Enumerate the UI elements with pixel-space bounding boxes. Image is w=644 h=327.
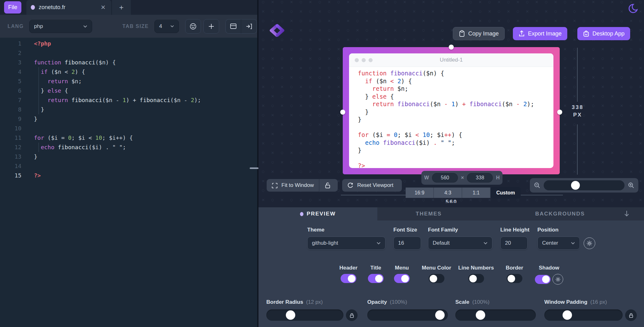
export-image-button[interactable]: Export Image [513,27,567,40]
language-select[interactable]: php [29,20,92,33]
editor-line[interactable]: 11for ($i = 0; $i < 10; $i++) { [0,133,257,143]
panel-resize-handle[interactable] [250,167,258,169]
slider-thumb[interactable] [286,310,295,320]
slider-thumb[interactable] [476,310,485,320]
toggle-group-line-numbers: Line Numbers [458,265,494,283]
tab-close-icon[interactable]: ✕ [99,4,107,11]
line-content: function fibonacci($n) { [21,58,116,67]
toggle-switch-border[interactable] [507,274,522,283]
editor-line[interactable]: 2 [0,48,257,58]
toggle-switch-menu-color[interactable] [429,274,444,283]
slider-lock-button[interactable] [625,309,637,321]
chevron-down-icon [483,242,488,245]
zoom-control-group [530,178,638,193]
toggle-switch-menu[interactable] [394,274,410,283]
toggle-switch-header[interactable] [341,274,356,283]
slider-thumb[interactable] [563,310,572,320]
font-size-input[interactable]: 16 [393,237,421,250]
emoji-button[interactable] [185,19,201,34]
toggle-switch-shadow[interactable] [535,275,551,284]
unlock-icon [325,182,331,189]
theme-select[interactable]: github-light [307,237,386,250]
toggle-group-header: Header [339,265,358,283]
slider-opacity[interactable] [367,309,448,321]
fit-to-window-button[interactable]: Fit to Window [267,179,319,192]
editor-line[interactable]: 15?> [0,171,257,180]
collapse-panel-button[interactable] [623,210,630,217]
tab-preview[interactable]: PREVIEW [258,207,377,221]
toggle-switch-title[interactable] [368,274,384,283]
file-menu-button[interactable]: File [4,1,21,14]
slider-window-padding[interactable] [544,309,623,321]
slider-border-radius[interactable] [266,309,343,321]
line-number: 3 [0,58,21,67]
shadow-settings-button[interactable] [552,274,563,285]
zoom-slider[interactable] [544,180,625,190]
fit-to-window-group: Fit to Window [267,179,338,192]
width-ruler-label: 560 [440,199,464,203]
code-editor[interactable]: 1<?php23function fibonacci($n) {4 if ($n… [0,38,257,327]
desktop-app-button[interactable]: Desktop App [577,27,630,40]
ratio-button-1-1[interactable]: 1:1 [462,188,491,198]
plus-icon [208,23,215,30]
line-number: 1 [0,39,21,48]
card-view-button[interactable] [225,19,241,34]
editor-line[interactable]: 13} [0,152,257,161]
resize-handle-top[interactable] [449,45,454,50]
resize-handle-left[interactable] [340,110,345,115]
reset-viewport-button[interactable]: Reset Viewport [342,179,402,192]
slider-thumb[interactable] [435,310,445,320]
zoom-out-icon[interactable] [534,182,541,189]
editor-line[interactable]: 14 [0,161,257,171]
slider-value: (12 px) [306,299,323,305]
line-height-input[interactable]: 20 [500,237,528,250]
editor-tab[interactable]: zonetuto.fr ✕ [26,0,111,15]
toggle-thumb [430,275,437,282]
editor-settings-button[interactable] [584,237,595,249]
ratio-button-custom[interactable]: Custom [491,187,521,199]
preview-code-line [358,123,553,131]
indent-guide [38,143,39,152]
copy-image-button[interactable]: Copy Image [453,27,505,40]
width-input[interactable]: 560 [432,173,458,183]
editor-line[interactable]: 9} [0,114,257,124]
position-select[interactable]: Center [537,237,580,250]
theme-label: Theme [307,227,325,233]
collapse-editor-button[interactable] [241,19,257,34]
editor-line[interactable]: 1<?php [0,39,257,48]
gear-icon [555,276,561,282]
arrow-into-bracket-icon [246,23,253,30]
toggle-switch-line-numbers[interactable] [468,274,484,283]
line-number: 7 [0,95,21,105]
tab-preview-label: PREVIEW [307,211,336,217]
tab-backgrounds[interactable]: BACKGROUNDS [535,207,585,221]
pattern-row: ×○×○×○×○×○×○×○×○×○×○×○×○×○×○×○×○×○×○×○×○… [258,7,644,16]
height-input[interactable]: 338 [467,173,493,183]
toggle-group-title: Title [368,265,384,283]
ratio-button-16-9[interactable]: 16:9 [406,188,434,198]
preview-card[interactable]: Untitled-1 function fibonacci($n) { if (… [343,47,560,174]
preview-code-line: echo fibonacci($i) . " "; [358,139,553,147]
toggle-thumb [508,275,515,282]
editor-line[interactable]: 3function fibonacci($n) { [0,58,257,67]
new-tab-button[interactable]: + [111,0,131,15]
position-select-value: Center [542,240,558,246]
zoom-in-icon[interactable] [628,182,635,189]
add-snippet-button[interactable] [203,19,219,34]
theme-mode-toggle[interactable] [625,1,641,16]
lock-viewport-button[interactable] [319,182,336,189]
ratio-button-4-3[interactable]: 4:3 [434,188,462,198]
slider-label-scale: Scale (100%) [455,299,490,305]
slider-scale[interactable] [455,309,536,321]
font-family-select[interactable]: Default [428,237,492,250]
tab-themes[interactable]: THEMES [416,207,442,221]
tab-size-select[interactable]: 4 [154,20,179,33]
preview-window: Untitled-1 function fibonacci($n) { if (… [349,53,553,168]
slider-lock-button[interactable] [346,309,358,321]
preview-window-title[interactable]: Untitled-1 [349,57,553,63]
resize-handle-right[interactable] [557,110,562,115]
preview-canvas[interactable]: ○×○×○×○×○×○×○×○×○×○×○×○×○×○×○×○×○×○×○×○×… [258,0,644,207]
tab-backgrounds-label: BACKGROUNDS [535,211,585,217]
editor-line[interactable]: 10 [0,124,257,133]
zoom-slider-thumb[interactable] [571,181,580,190]
